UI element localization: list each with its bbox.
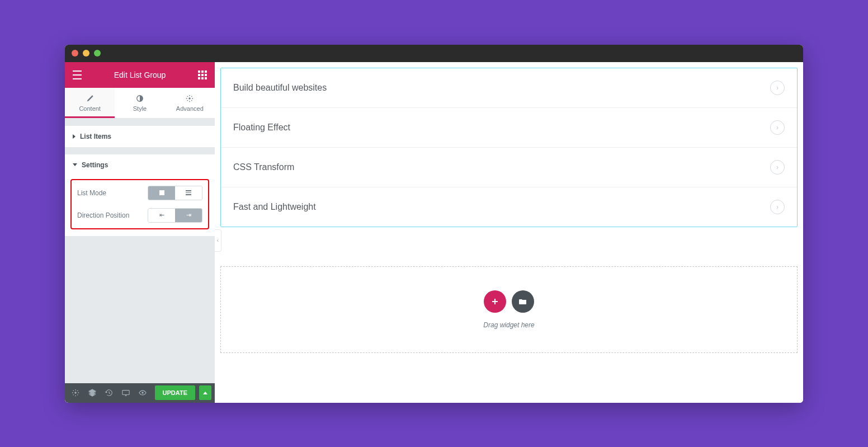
update-label: UPDATE <box>163 389 187 396</box>
navigator-icon[interactable] <box>85 385 100 400</box>
section-list-items: List Items <box>65 125 215 147</box>
tab-label: Advanced <box>176 105 204 112</box>
tab-content[interactable]: Content <box>65 88 115 118</box>
highlighted-controls: List Mode Direction Posi <box>70 179 209 229</box>
list-mode-list[interactable] <box>175 186 202 200</box>
tab-label: Content <box>79 105 101 112</box>
svg-rect-3 <box>122 390 129 395</box>
history-icon[interactable] <box>102 385 116 400</box>
svg-point-2 <box>74 392 77 394</box>
list-item-text: Fast and Lightweight <box>233 202 316 212</box>
list-item[interactable]: CSS Transform › <box>221 148 797 187</box>
section-body: List Mode Direction Posi <box>65 176 215 236</box>
pencil-icon <box>86 95 94 102</box>
add-section-button[interactable] <box>484 290 506 313</box>
contrast-icon <box>136 95 144 102</box>
sidebar-footer: UPDATE <box>65 383 215 403</box>
list-mode-toggle <box>148 186 202 200</box>
app-body: Edit List Group Content Style Advanced <box>65 62 803 403</box>
direction-toggle: ⇤ ⇥ <box>148 208 202 223</box>
list-item[interactable]: Build beautiful websites › <box>221 68 797 108</box>
list-item-text: CSS Transform <box>233 162 294 172</box>
plus-icon <box>490 297 499 306</box>
update-button[interactable]: UPDATE <box>155 385 195 400</box>
chevron-right-icon: › <box>770 120 785 135</box>
widgets-grid-icon[interactable] <box>198 70 207 79</box>
update-dropdown[interactable] <box>199 385 211 400</box>
dropzone[interactable]: Drag widget here <box>220 266 798 353</box>
align-right-icon: ⇥ <box>186 211 191 219</box>
window-minimize-button[interactable] <box>83 50 89 57</box>
direction-right[interactable]: ⇥ <box>175 209 202 222</box>
align-left-icon: ⇤ <box>159 211 164 219</box>
list-item[interactable]: Floating Effect › <box>221 108 797 148</box>
chevron-right-icon: › <box>770 200 785 214</box>
dropzone-text: Drag widget here <box>483 321 534 329</box>
section-title: List Items <box>80 133 111 140</box>
list-item[interactable]: Fast and Lightweight › <box>221 187 797 227</box>
list-group-widget[interactable]: Build beautiful websites › Floating Effe… <box>220 68 798 227</box>
collapse-sidebar-handle[interactable]: ‹ <box>215 229 221 252</box>
gear-icon <box>186 95 194 102</box>
folder-icon <box>518 297 527 306</box>
chevron-right-icon: › <box>770 160 785 175</box>
sidebar-tabs: Content Style Advanced <box>65 88 215 119</box>
square-icon <box>159 190 164 195</box>
settings-icon[interactable] <box>68 385 83 400</box>
caret-down-icon <box>73 163 77 166</box>
responsive-icon[interactable] <box>119 385 133 400</box>
sidebar-header: Edit List Group <box>65 62 215 88</box>
sidebar: Edit List Group Content Style Advanced <box>65 62 215 403</box>
menu-icon[interactable] <box>73 70 82 79</box>
window-close-button[interactable] <box>72 50 78 57</box>
tab-advanced[interactable]: Advanced <box>165 88 215 118</box>
spacer <box>65 119 215 125</box>
spacer <box>65 147 215 154</box>
direction-left[interactable]: ⇤ <box>148 209 175 222</box>
control-label: List Mode <box>77 189 106 197</box>
list-lines-icon <box>186 190 191 195</box>
list-item-text: Build beautiful websites <box>233 83 327 93</box>
caret-up-icon <box>203 392 207 394</box>
control-label: Direction Position <box>77 211 129 219</box>
list-mode-grid[interactable] <box>148 186 175 200</box>
add-template-button[interactable] <box>512 290 534 313</box>
list-item-text: Floating Effect <box>233 123 290 133</box>
section-settings-toggle[interactable]: Settings <box>65 154 215 176</box>
caret-right-icon <box>73 134 76 139</box>
section-title: Settings <box>82 161 108 169</box>
app-window: Edit List Group Content Style Advanced <box>65 45 803 403</box>
tab-style[interactable]: Style <box>115 88 164 118</box>
window-maximize-button[interactable] <box>94 50 101 57</box>
control-list-mode: List Mode <box>77 186 202 200</box>
section-list-items-toggle[interactable]: List Items <box>65 126 215 147</box>
tab-label: Style <box>133 105 147 112</box>
canvas: Build beautiful websites › Floating Effe… <box>215 62 803 403</box>
control-direction-position: Direction Position ⇤ ⇥ <box>77 208 202 223</box>
section-settings: Settings List Mode <box>65 154 215 236</box>
dropzone-actions <box>484 290 534 313</box>
preview-icon[interactable] <box>135 385 150 400</box>
titlebar <box>65 45 803 62</box>
panel-title: Edit List Group <box>114 70 166 79</box>
chevron-right-icon: › <box>770 81 785 95</box>
svg-point-4 <box>141 392 144 394</box>
svg-point-1 <box>189 97 191 100</box>
